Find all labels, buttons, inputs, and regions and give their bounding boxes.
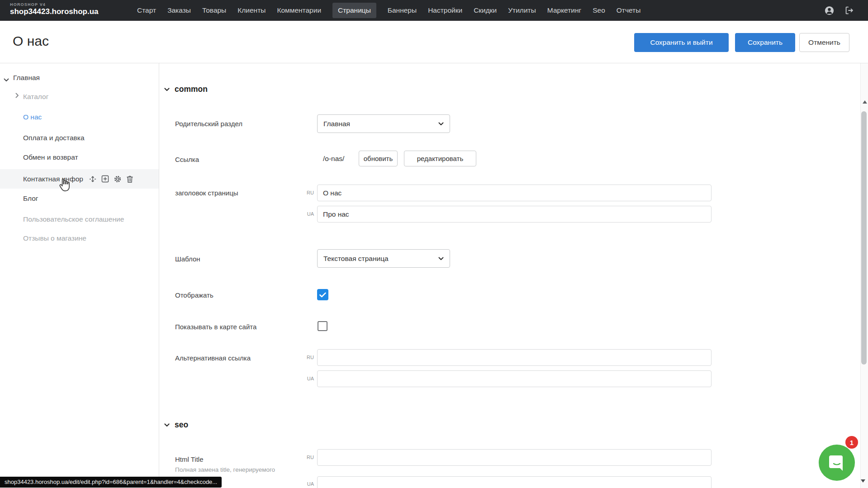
chat-widget-button[interactable]: [819, 445, 855, 481]
tree-item-actions: [89, 175, 133, 183]
lang-badge-ru: RU: [300, 355, 314, 360]
sidebar-item-exchange-return[interactable]: Обмен и возврат: [23, 153, 78, 161]
nav-item-comments[interactable]: Комментарии: [277, 6, 321, 14]
topbar: HOROSHOP V4 shop34423.horoshop.ua Старт …: [0, 0, 868, 21]
nav-item-reports[interactable]: Отчеты: [617, 6, 641, 14]
chevron-down-icon: [164, 88, 170, 91]
lang-badge-ua: UA: [300, 211, 314, 217]
status-url-bar: shop34423.horoshop.ua/edit/edit.php?id=6…: [0, 477, 222, 488]
scrollbar-thumb[interactable]: [861, 111, 867, 365]
brand-logo[interactable]: HOROSHOP V4 shop34423.horoshop.ua: [10, 2, 99, 16]
sidebar-item-payment-delivery[interactable]: Оплата и доставка: [23, 134, 85, 142]
nav-item-start[interactable]: Старт: [137, 6, 156, 14]
delete-trash-icon[interactable]: [126, 175, 133, 183]
nav-item-orders[interactable]: Заказы: [167, 6, 191, 14]
sidebar-item-about[interactable]: О нас: [23, 113, 42, 121]
section-seo-label: seo: [175, 420, 188, 430]
lang-badge-ru: RU: [300, 190, 314, 195]
sidebar-item-root[interactable]: Главная: [13, 74, 40, 82]
save-button[interactable]: Сохранить: [735, 33, 795, 52]
section-common-label: common: [175, 85, 208, 94]
checkmark-icon: [319, 292, 326, 298]
chevron-down-icon[interactable]: [4, 76, 9, 84]
move-icon[interactable]: [89, 175, 97, 183]
settings-gear-icon[interactable]: [114, 175, 122, 183]
page-title-ru-input[interactable]: [317, 185, 711, 201]
chat-bubble-icon: [827, 454, 846, 472]
nav-item-discounts[interactable]: Скидки: [474, 6, 497, 14]
sidebar-item-store-reviews[interactable]: Отзывы о магазине: [23, 234, 86, 242]
sidebar-divider: [159, 63, 159, 488]
html-title-label: Html Title: [175, 455, 204, 463]
page-title-field-label: заголовок страницы: [175, 189, 238, 197]
topbar-icons: [824, 0, 854, 21]
parent-section-select[interactable]: Главная: [317, 114, 450, 133]
account-icon[interactable]: [824, 5, 835, 16]
sidebar-item-catalog[interactable]: Каталог: [23, 93, 48, 101]
parent-section-label: Родительский раздел: [175, 120, 242, 128]
alt-link-label: Альтернативная ссылка: [175, 354, 251, 362]
brand-version: HOROSHOP V4: [10, 2, 99, 7]
page-title: О нас: [13, 33, 49, 49]
nav-item-products[interactable]: Товары: [202, 6, 226, 14]
top-navigation: Старт Заказы Товары Клиенты Комментарии …: [137, 0, 640, 21]
template-value: Текстовая страница: [323, 255, 389, 263]
chevron-down-icon: [438, 122, 444, 126]
add-icon[interactable]: [101, 175, 109, 183]
display-checkbox[interactable]: [317, 289, 328, 300]
display-label: Отображать: [175, 291, 213, 299]
lang-badge-ru: RU: [300, 455, 314, 460]
cancel-button[interactable]: Отменить: [799, 33, 849, 52]
alt-link-ru-input[interactable]: [317, 349, 711, 366]
sidebar-item-blog[interactable]: Блог: [23, 194, 38, 203]
save-and-exit-button[interactable]: Сохранить и выйти: [634, 33, 729, 52]
sidebar-item-contact-info[interactable]: Контактная инфор: [0, 169, 159, 189]
html-title-ru-input[interactable]: [317, 449, 711, 466]
section-common[interactable]: common: [164, 85, 208, 94]
template-label: Шаблон: [175, 255, 200, 263]
nav-item-pages[interactable]: Страницы: [332, 3, 376, 18]
chevron-down-icon: [164, 423, 170, 427]
brand-domain: shop34423.horoshop.ua: [10, 7, 99, 16]
nav-item-clients[interactable]: Клиенты: [237, 6, 266, 14]
html-title-ua-input[interactable]: [317, 476, 711, 488]
sitemap-checkbox[interactable]: [318, 321, 327, 331]
alt-link-ua-input[interactable]: [317, 370, 711, 387]
chevron-down-icon: [438, 257, 444, 261]
cursor-hand-icon: [57, 177, 71, 194]
nav-item-settings[interactable]: Настройки: [428, 6, 462, 14]
link-update-button[interactable]: обновить: [359, 151, 398, 166]
lang-badge-ua: UA: [300, 481, 314, 487]
parent-section-value: Главная: [323, 120, 350, 128]
template-select[interactable]: Текстовая страница: [317, 249, 450, 268]
nav-item-marketing[interactable]: Маркетинг: [547, 6, 581, 14]
scrollbar-up-arrow[interactable]: [863, 100, 867, 104]
nav-item-utilities[interactable]: Утилиты: [508, 6, 536, 14]
scrollbar-down-arrow[interactable]: [861, 479, 865, 483]
lang-badge-ua: UA: [300, 376, 314, 381]
header-divider: [0, 63, 868, 63]
nav-item-banners[interactable]: Баннеры: [388, 6, 417, 14]
html-title-hint: Полная замена title, генерируемого: [175, 466, 275, 473]
link-edit-button[interactable]: редактировать: [404, 151, 476, 166]
link-label: Ссылка: [175, 156, 199, 163]
nav-item-seo[interactable]: Seo: [593, 6, 605, 14]
link-path: /o-nas/: [323, 155, 344, 163]
page-title-ua-input[interactable]: [317, 206, 711, 223]
chevron-right-icon[interactable]: [15, 92, 19, 100]
sidebar-item-label: Контактная инфор: [23, 175, 83, 183]
sidebar-item-user-agreement[interactable]: Пользовательское соглашение: [23, 215, 124, 223]
chat-unread-badge[interactable]: 1: [845, 436, 858, 449]
section-seo[interactable]: seo: [164, 420, 188, 430]
logout-icon[interactable]: [844, 5, 854, 15]
sitemap-label: Показывать в карте сайта: [175, 323, 256, 331]
